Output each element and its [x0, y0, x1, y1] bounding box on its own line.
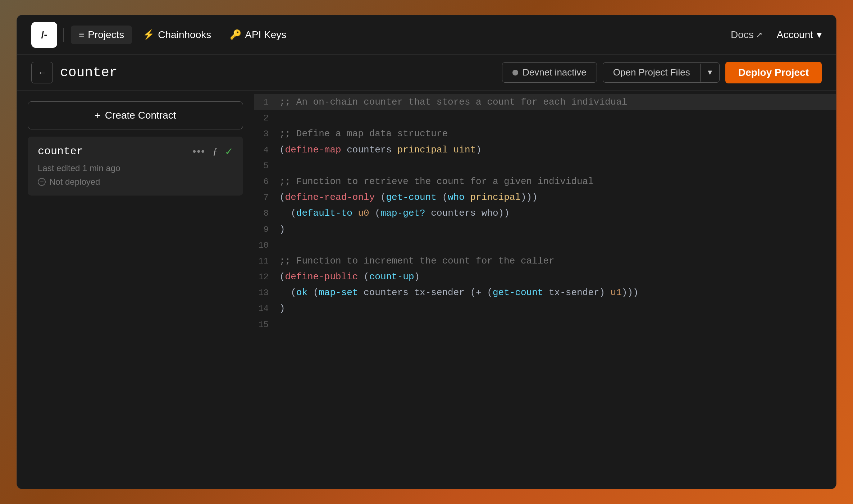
- projects-icon: ≡: [79, 29, 84, 40]
- create-contract-label: Create Contract: [105, 110, 176, 121]
- code-line-8: 8 (default-to u0 (map-get? counters who)…: [254, 205, 836, 221]
- devnet-status-dot: [512, 70, 518, 75]
- account-button[interactable]: Account ▾: [777, 29, 822, 41]
- code-line-3: 3 ;; Define a map data structure: [254, 126, 836, 142]
- devnet-button[interactable]: Devnet inactive: [502, 62, 597, 83]
- sub-header: ← counter Devnet inactive Open Project F…: [17, 55, 836, 91]
- code-line-2: 2: [254, 110, 836, 126]
- nav-projects-label: Projects: [88, 29, 124, 41]
- not-deployed-icon: [38, 178, 46, 186]
- contract-last-edited: Last edited 1 min ago: [38, 163, 233, 173]
- open-project-files-button[interactable]: Open Project Files ▼: [603, 62, 720, 83]
- project-name: counter: [60, 65, 118, 80]
- docs-label: Docs: [731, 29, 754, 41]
- code-line-9: 9 ): [254, 221, 836, 237]
- open-files-label: Open Project Files: [603, 63, 700, 82]
- code-editor[interactable]: 1 ;; An on-chain counter that stores a c…: [254, 91, 836, 489]
- docs-link[interactable]: Docs ↗: [731, 29, 762, 41]
- account-label: Account: [777, 29, 813, 41]
- create-contract-button[interactable]: + Create Contract: [28, 101, 243, 129]
- navbar: /- ≡ Projects ⚡ Chainhooks 🔑 API Keys Do…: [17, 15, 836, 55]
- contract-card[interactable]: counter ••• ƒ ✓ Last edited 1 min ago No…: [28, 137, 243, 196]
- nav-divider: [63, 28, 64, 42]
- sidebar: + Create Contract counter ••• ƒ ✓ Last e…: [17, 91, 254, 489]
- contract-status-label: Not deployed: [49, 177, 100, 187]
- back-button[interactable]: ←: [31, 62, 53, 83]
- external-link-icon: ↗: [756, 30, 762, 40]
- contract-name: counter: [38, 145, 83, 157]
- nav-right: Docs ↗ Account ▾: [731, 29, 822, 41]
- nav-chainhooks-label: Chainhooks: [158, 29, 211, 41]
- more-options-button[interactable]: •••: [193, 146, 205, 157]
- main-content: + Create Contract counter ••• ƒ ✓ Last e…: [17, 91, 836, 489]
- code-line-5: 5: [254, 158, 836, 174]
- chevron-down-icon: ▼: [701, 64, 719, 81]
- clarinet-check-button[interactable]: ƒ: [213, 146, 218, 157]
- code-line-14: 14 ): [254, 301, 836, 316]
- nav-api-keys[interactable]: 🔑 API Keys: [222, 26, 294, 44]
- code-line-10: 10: [254, 237, 836, 253]
- chevron-down-icon: ▾: [817, 29, 822, 41]
- code-line-13: 13 (ok (map-set counters tx-sender (+ (g…: [254, 285, 836, 301]
- code-line-6: 6 ;; Function to retrieve the count for …: [254, 174, 836, 189]
- nav-chainhooks[interactable]: ⚡ Chainhooks: [135, 26, 219, 44]
- logo-text: /-: [41, 29, 47, 41]
- code-line-11: 11 ;; Function to increment the count fo…: [254, 253, 836, 269]
- contract-status: Not deployed: [38, 177, 233, 187]
- contract-actions: ••• ƒ ✓: [193, 146, 233, 157]
- deploy-project-button[interactable]: Deploy Project: [725, 62, 822, 83]
- api-keys-icon: 🔑: [230, 29, 241, 40]
- chainhooks-icon: ⚡: [143, 29, 154, 40]
- devnet-label: Devnet inactive: [523, 67, 587, 78]
- plus-icon: +: [95, 110, 101, 121]
- contract-card-header: counter ••• ƒ ✓: [38, 145, 233, 157]
- code-line-1: 1 ;; An on-chain counter that stores a c…: [254, 94, 836, 110]
- nav-projects[interactable]: ≡ Projects: [71, 26, 132, 44]
- code-line-12: 12 (define-public (count-up): [254, 269, 836, 285]
- check-icon: ✓: [225, 146, 233, 157]
- header-actions: Devnet inactive Open Project Files ▼ Dep…: [502, 62, 822, 83]
- main-window: /- ≡ Projects ⚡ Chainhooks 🔑 API Keys Do…: [17, 15, 836, 489]
- nav-api-keys-label: API Keys: [245, 29, 286, 41]
- code-line-15: 15: [254, 317, 836, 333]
- code-line-7: 7 (define-read-only (get-count (who prin…: [254, 189, 836, 205]
- logo-button[interactable]: /-: [31, 22, 57, 48]
- code-line-4: 4 (define-map counters principal uint): [254, 142, 836, 158]
